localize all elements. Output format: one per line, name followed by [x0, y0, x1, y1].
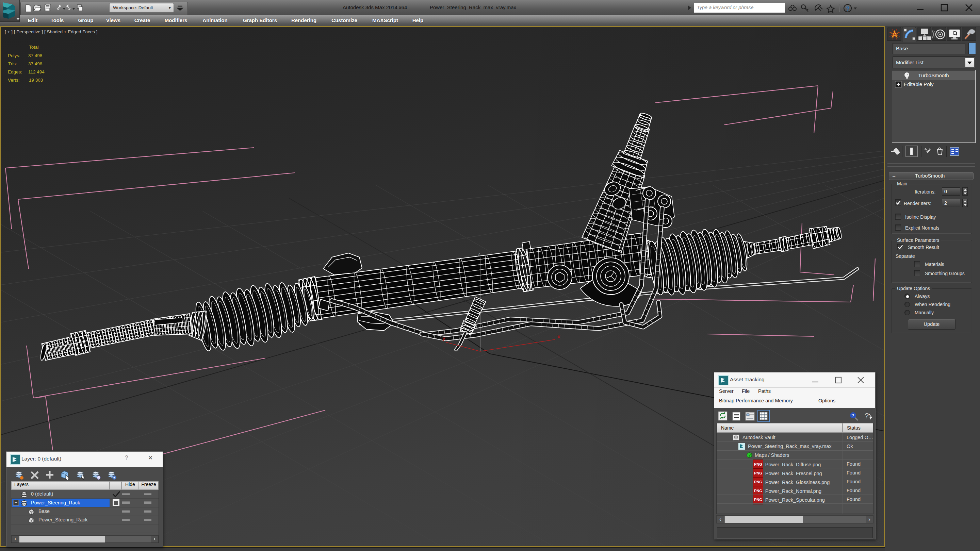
svg-text:?: ?: [851, 413, 854, 418]
svg-text:z: z: [478, 251, 480, 257]
svg-text:x: x: [557, 333, 560, 340]
svg-text:?: ?: [865, 411, 869, 420]
svg-text:y: y: [442, 335, 445, 341]
svg-text:?: ?: [846, 5, 850, 12]
